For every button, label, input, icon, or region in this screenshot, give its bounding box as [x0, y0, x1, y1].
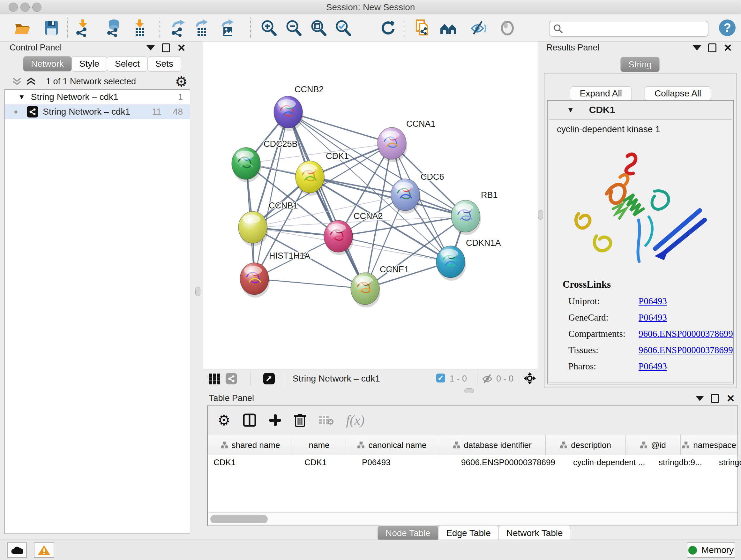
cloud-button[interactable] [7, 543, 27, 558]
warnings-button[interactable] [34, 543, 54, 558]
crosslink-link[interactable]: 9606.ENSP00000378699 [638, 345, 733, 355]
panel-close-icon[interactable]: ✕ [177, 44, 186, 52]
table-row[interactable]: CDK1CDK1P064939606.ENSP00000378699cyclin… [208, 455, 738, 470]
network-node-CDKN1A[interactable]: CDKN1A [436, 238, 501, 281]
network-node-CDC6[interactable]: CDC6 [391, 172, 444, 213]
panel-close-icon[interactable]: ✕ [724, 44, 732, 52]
network-row-selected[interactable]: ● String Network – cdk1 11 48 [5, 105, 190, 119]
table-cell[interactable]: cyclin-dependent ... [567, 455, 653, 470]
tab-node-table[interactable]: Node Table [378, 525, 439, 541]
column-header-shared-name[interactable]: shared name [208, 435, 293, 455]
network-edge-CCNB2-CCNE1[interactable] [288, 112, 365, 289]
network-overview-icon[interactable] [226, 373, 237, 384]
scrollbar-thumb[interactable] [210, 515, 268, 523]
refresh-icon[interactable] [379, 19, 397, 37]
tab-string[interactable]: String [620, 57, 660, 72]
panel-menu-icon[interactable] [693, 45, 701, 51]
table-cell[interactable]: CDK1 [208, 455, 299, 470]
hide-panel-eye-icon[interactable] [470, 19, 488, 37]
network-node-CCNA1[interactable]: CCNA1 [378, 119, 435, 162]
table-cell[interactable]: 9606.ENSP00000378699 [455, 455, 567, 470]
table-options-gear-icon[interactable]: ⚙ [217, 412, 230, 429]
panel-close-icon[interactable]: ✕ [726, 394, 735, 402]
column-header-id[interactable]: @id [626, 435, 681, 455]
crosslink-link[interactable]: P06493 [638, 312, 667, 323]
panel-float-icon[interactable] [711, 394, 719, 403]
splitter-handle-bottom[interactable] [464, 388, 474, 393]
panel-float-icon[interactable] [162, 44, 170, 52]
network-node-HIST1H1A[interactable]: HIST1H1A [240, 251, 310, 298]
column-header-name[interactable]: name [293, 435, 345, 455]
table-cell[interactable]: CDK1 [299, 455, 356, 470]
home-icon[interactable] [440, 19, 457, 37]
column-header-canonical-name[interactable]: canonical name [345, 435, 439, 455]
tab-sets[interactable]: Sets [147, 56, 181, 71]
import-database-icon[interactable] [105, 19, 122, 37]
string-results-container: Expand All Collapse All ▼ CDK1 cyclin-de… [544, 73, 737, 388]
network-node-RB1[interactable]: RB1 [451, 190, 498, 235]
protein-description: cyclin-dependent kinase 1 [557, 124, 660, 134]
table-cell[interactable]: stringdb:9... [653, 455, 713, 470]
tab-network[interactable]: Network [23, 56, 72, 71]
collapse-entry-icon[interactable]: ▼ [567, 105, 575, 114]
tab-style[interactable]: Style [71, 56, 107, 71]
crosslink-link[interactable]: P06493 [638, 361, 667, 372]
create-column-icon[interactable] [269, 414, 281, 427]
crosslink-link[interactable]: 9606.ENSP00000378699 [638, 328, 733, 339]
network-from-document-icon[interactable] [414, 19, 432, 37]
selected-checkbox-icon[interactable]: ✓ [436, 374, 445, 382]
network-edge-CCNB2-CCNA1[interactable] [288, 112, 392, 143]
table-panel: Table Panel ✕ ⚙ f(x) [206, 393, 739, 540]
panel-menu-icon[interactable] [146, 45, 155, 51]
delete-column-trash-icon[interactable] [293, 413, 307, 427]
network-node-CCNB2[interactable]: CCNB2 [274, 84, 324, 131]
show-panel-eye-icon[interactable] [498, 19, 516, 37]
network-node-CCNB1[interactable]: CCNB1 [239, 201, 298, 246]
export-image-icon[interactable] [219, 19, 237, 37]
help-icon[interactable]: ? [718, 19, 736, 37]
collection-expand-icon[interactable]: ▼ [18, 93, 25, 101]
expand-all-button[interactable]: Expand All [570, 86, 632, 101]
open-session-icon[interactable] [13, 19, 31, 37]
column-header-description[interactable]: description [546, 435, 626, 455]
import-network-icon[interactable] [74, 19, 92, 37]
save-session-icon[interactable] [43, 19, 60, 37]
zoom-out-icon[interactable] [285, 19, 303, 37]
table-cell[interactable]: stringdb [713, 455, 741, 470]
column-header-namespace[interactable]: namespace [681, 435, 738, 455]
pan-crosshair-icon[interactable] [524, 372, 536, 384]
zoom-in-icon[interactable] [260, 19, 278, 37]
collapse-all-button[interactable]: Collapse All [645, 86, 711, 101]
panel-float-icon[interactable] [708, 44, 717, 52]
node-label-CCNB1: CCNB1 [269, 201, 298, 210]
detach-view-icon[interactable] [263, 373, 275, 384]
tab-select[interactable]: Select [107, 56, 148, 71]
zoom-selected-icon[interactable] [334, 19, 352, 37]
export-table-icon[interactable] [193, 19, 211, 37]
column-header-database-identifier[interactable]: database identifier [439, 435, 546, 455]
network-edge-CDC6-CCNB1[interactable] [253, 195, 405, 227]
crosslink-link[interactable]: P06493 [638, 296, 667, 307]
import-table-icon[interactable] [131, 19, 148, 37]
birds-eye-view-icon[interactable] [209, 374, 220, 384]
tab-network-table[interactable]: Network Table [498, 525, 571, 541]
network-edge-CCNA2-CDKN1A[interactable] [338, 236, 451, 262]
network-collection-row[interactable]: ▼ String Network – cdk1 1 [5, 90, 190, 105]
node-label-CDK1: CDK1 [326, 151, 349, 161]
search-input[interactable] [566, 22, 704, 35]
table-cell[interactable]: P06493 [356, 455, 455, 470]
panel-menu-icon[interactable] [696, 396, 704, 401]
show-columns-icon[interactable] [243, 413, 257, 427]
zoom-fit-icon[interactable] [310, 19, 328, 37]
export-network-icon[interactable] [170, 19, 187, 37]
network-node-CCNE1[interactable]: CCNE1 [351, 265, 409, 307]
network-view-canvas[interactable]: CCNB2CCNA1CDC25BCDK1CDC6RB1CCNB1CCNA2CDK… [203, 42, 538, 369]
table-horizontal-scrollbar[interactable] [208, 512, 738, 525]
tab-edge-table[interactable]: Edge Table [438, 525, 499, 541]
splitter-handle-left[interactable] [195, 287, 200, 296]
network-options-gear-icon[interactable]: ⚙ [175, 73, 188, 90]
shared-column-icon [640, 442, 647, 449]
result-entry-header[interactable]: ▼ CDK1 [548, 101, 733, 119]
hidden-eye-slash-icon[interactable] [482, 374, 494, 384]
memory-button[interactable]: Memory [687, 543, 735, 558]
